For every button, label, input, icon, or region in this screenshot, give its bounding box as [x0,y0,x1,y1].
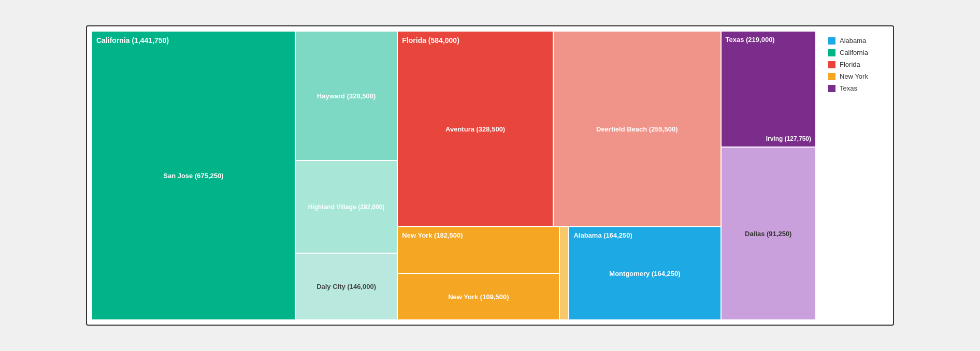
dallas-cell: Dallas (91,250) [722,148,815,319]
daly-city-cell: Daly City (146,000) [296,254,397,319]
legend-color-texas [828,85,835,92]
highland-village-cell: Highland Village (292,000) [296,161,397,253]
legend-color-california [828,49,835,56]
new-york-state-cell: New York (182,500) [398,227,559,273]
montgomery-label: Montgomery (164,250) [609,270,680,277]
treemap-area: California (1,441,750) San Jose (675,250… [92,32,815,319]
hayward-label: Hayward (328,500) [317,92,376,100]
col3-top: Florida (584,000) Aventura (328,500) Dee… [398,32,720,226]
irving-label: Irving (127,750) [766,135,811,142]
col3-bottom: New York (182,500) New York (109,500) Al… [398,227,720,319]
legend-item-texas: Texas [828,84,880,92]
legend-label-texas: Texas [840,84,857,92]
texas-state-label: Texas (219,000) [726,36,775,45]
ny-light-filler [560,227,568,319]
texas-col: Texas (219,000) Irving (127,750) Dallas … [722,32,815,319]
california-state-label: California (1,441,750) [96,36,169,45]
alabama-cell: Alabama (164,250) Montgomery (164,250) [569,227,720,319]
legend-color-alabama [828,37,835,45]
deerfield-beach-label: Deerfield Beach (255,500) [596,125,678,133]
legend-item-california: California [828,49,880,56]
san-jose-label: San Jose (675,250) [163,172,223,180]
legend-label-new-york: New York [840,72,868,80]
new-york-city-label: New York (109,500) [448,293,509,301]
new-york-city-cell: New York (109,500) [398,274,559,319]
texas-irving-cell: Texas (219,000) Irving (127,750) [722,32,815,147]
new-york-col: New York (182,500) New York (109,500) [398,227,559,319]
legend-item-new-york: New York [828,72,880,80]
new-york-state-label: New York (182,500) [402,231,463,240]
dallas-label: Dallas (91,250) [745,230,791,238]
legend-area: Alabama California Florida New York Texa… [820,32,888,319]
florida-col: Florida (584,000) Aventura (328,500) Dee… [398,32,720,319]
highland-village-label: Highland Village (292,000) [308,203,385,211]
alabama-state-label: Alabama (164,250) [573,231,632,239]
chart-container: California (1,441,750) San Jose (675,250… [86,25,894,326]
florida-state-label: Florida (584,000) [402,36,459,45]
florida-cell: Florida (584,000) Aventura (328,500) [398,32,553,226]
hayward-cell: Hayward (328,500) [296,32,397,160]
deerfield-beach-cell: Deerfield Beach (255,500) [554,32,720,226]
treemap-layout: California (1,441,750) San Jose (675,250… [92,32,815,319]
legend-color-florida [828,61,835,68]
legend-label-california: California [840,49,868,56]
legend-label-alabama: Alabama [840,37,866,45]
california-small-col: Hayward (328,500) Highland Village (292,… [296,32,397,319]
aventura-label: Aventura (328,500) [445,125,505,133]
legend-item-florida: Florida [828,61,880,68]
legend-color-new-york [828,73,835,80]
legend-item-alabama: Alabama [828,37,880,45]
san-jose-cell: California (1,441,750) San Jose (675,250… [92,32,295,319]
daly-city-label: Daly City (146,000) [316,283,376,290]
legend-label-florida: Florida [840,61,860,68]
